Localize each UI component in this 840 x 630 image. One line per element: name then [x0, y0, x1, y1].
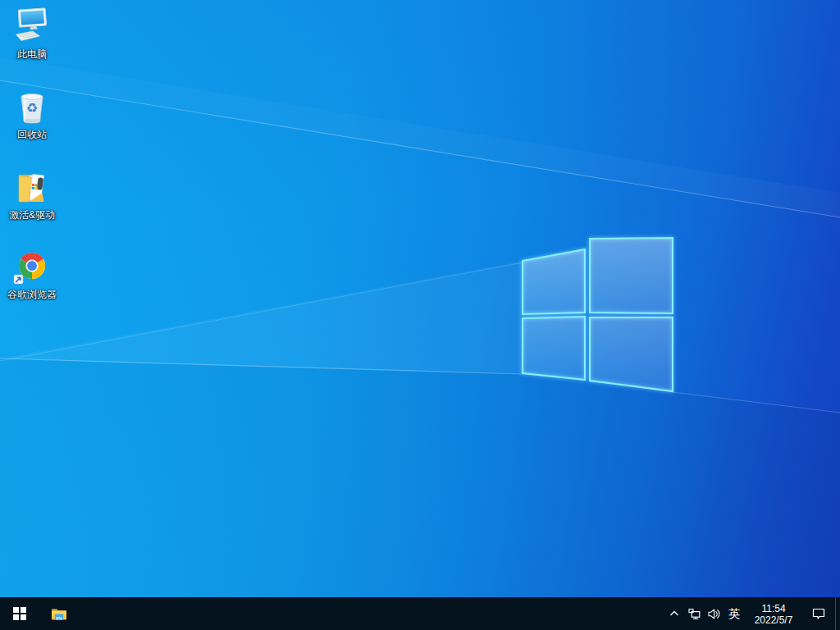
this-pc-icon	[12, 7, 52, 46]
network-icon	[687, 607, 701, 621]
taskbar: 英 11:54 2022/5/7	[0, 597, 840, 630]
system-tray: 英 11:54 2022/5/7	[664, 597, 840, 630]
volume-icon	[707, 607, 721, 621]
windows-logo-wallpaper	[0, 0, 840, 597]
start-button[interactable]	[0, 597, 39, 630]
show-desktop-button[interactable]	[835, 597, 840, 630]
open-folder-icon	[12, 167, 52, 207]
desktop-icon-label: 此电脑	[17, 48, 47, 60]
chevron-up-icon	[668, 607, 681, 620]
desktop-icon-this-pc[interactable]: 此电脑	[2, 7, 62, 77]
desktop-icon-recycle-bin[interactable]: ♻ 回收站	[2, 87, 62, 158]
shortcut-arrow-badge	[14, 275, 23, 284]
clock-time: 11:54	[755, 603, 793, 614]
desktop-icon-label: 激活&驱动	[9, 209, 55, 221]
clock[interactable]: 11:54 2022/5/7	[745, 597, 802, 630]
action-center-icon	[811, 606, 826, 621]
action-center-button[interactable]	[802, 597, 835, 630]
chrome-icon	[12, 247, 52, 286]
hidden-icons-button[interactable]	[664, 597, 684, 630]
recycle-bin-icon: ♻	[12, 87, 52, 126]
file-explorer-button[interactable]	[39, 597, 79, 630]
desktop: 此电脑 ♻ 回收站	[0, 0, 840, 597]
desktop-icon-activation-drivers[interactable]: 激活&驱动	[2, 167, 62, 238]
volume-button[interactable]	[704, 597, 724, 630]
desktop-icon-label: 回收站	[17, 129, 47, 140]
file-explorer-icon	[49, 604, 69, 623]
svg-text:♻: ♻	[26, 100, 38, 116]
windows-logo-icon	[13, 607, 26, 620]
desktop-icon-google-chrome[interactable]: 谷歌浏览器	[2, 247, 62, 317]
desktop-icon-label: 谷歌浏览器	[7, 289, 57, 300]
clock-date: 2022/5/7	[755, 614, 793, 626]
network-button[interactable]	[684, 597, 704, 630]
input-method-indicator[interactable]: 英	[724, 597, 745, 630]
